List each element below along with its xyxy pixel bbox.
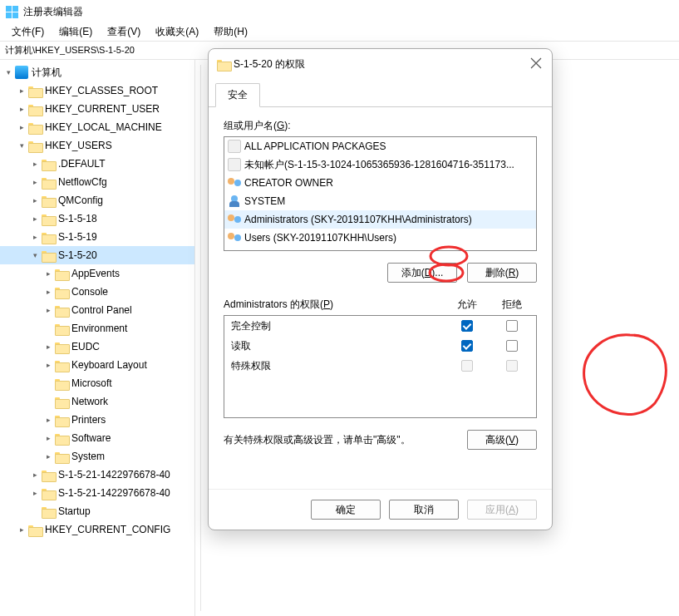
tree-key[interactable]: ▸S-1-5-18 — [0, 209, 194, 228]
expander-icon[interactable]: ▸ — [42, 358, 55, 372]
folder-icon — [42, 195, 55, 206]
tree-root[interactable]: ▾ 计算机 — [0, 63, 194, 81]
tree-subkey[interactable]: ▸Printers — [0, 411, 194, 429]
computer-icon — [15, 66, 28, 79]
user-list[interactable]: ALL APPLICATION PACKAGES未知帐户(S-1-15-3-10… — [224, 136, 537, 251]
expander-icon[interactable]: ▸ — [28, 194, 42, 207]
tree-subkey[interactable]: ▸Console — [0, 283, 194, 301]
tree-hive[interactable]: ▸HKEY_CURRENT_USER — [0, 100, 194, 118]
user-row[interactable]: 未知帐户(S-1-15-3-1024-1065365936-1281604716… — [224, 155, 536, 174]
expander-icon[interactable]: ▾ — [2, 66, 15, 79]
expander-icon[interactable]: ▸ — [28, 468, 42, 481]
expander-icon[interactable]: ▸ — [42, 285, 55, 298]
expander-icon[interactable]: ▸ — [42, 303, 55, 317]
apply-button[interactable]: 应用(A) — [467, 500, 537, 520]
expander-icon[interactable]: ▸ — [28, 486, 42, 500]
perm-name: 完全控制 — [231, 319, 461, 333]
menu-file[interactable]: 文件(F) — [5, 23, 51, 41]
tree-hive-users[interactable]: ▾HKEY_USERS — [0, 136, 194, 155]
tree-subkey[interactable]: ▸Keyboard Layout — [0, 356, 194, 374]
tree-subkey[interactable]: Environment — [0, 319, 194, 338]
folder-icon — [42, 249, 55, 261]
tree-hive[interactable]: ▸HKEY_LOCAL_MACHINE — [0, 118, 194, 136]
expander-icon[interactable]: ▸ — [15, 121, 28, 134]
expander-icon[interactable]: ▸ — [28, 212, 42, 225]
folder-icon — [28, 140, 42, 151]
perm-header-label: Administrators 的权限(P) — [224, 298, 333, 312]
tree-hive[interactable]: ▸HKEY_CLASSES_ROOT — [0, 81, 194, 100]
user-row[interactable]: CREATOR OWNER — [224, 174, 536, 192]
user-row[interactable]: ALL APPLICATION PACKAGES — [224, 137, 536, 155]
expander-icon[interactable]: ▸ — [42, 340, 55, 353]
expander-icon[interactable]: ▸ — [15, 102, 28, 116]
folder-icon — [42, 158, 55, 170]
menu-favorites[interactable]: 收藏夹(A) — [149, 23, 205, 41]
folder-icon — [42, 505, 55, 517]
tree-subkey[interactable]: ▸EUDC — [0, 338, 194, 356]
folder-icon — [55, 359, 68, 371]
tree-view[interactable]: ▾ 计算机 ▸HKEY_CLASSES_ROOT ▸HKEY_CURRENT_U… — [0, 60, 195, 616]
expander-icon[interactable]: ▸ — [42, 267, 55, 280]
menu-help[interactable]: 帮助(H) — [207, 23, 254, 41]
menu-view[interactable]: 查看(V) — [101, 23, 147, 41]
user-row[interactable]: Administrators (SKY-20191107KHH\Administ… — [224, 210, 536, 229]
tree-label: HKEY_CURRENT_USER — [45, 103, 160, 115]
expander-icon[interactable]: ▸ — [42, 413, 55, 426]
menu-edit[interactable]: 编辑(E) — [52, 23, 99, 41]
user-name: Users (SKY-20191107KHH\Users) — [244, 232, 396, 244]
tree-key[interactable]: ▸QMConfig — [0, 191, 194, 209]
tree-subkey[interactable]: ▸System — [0, 447, 194, 466]
expander-icon[interactable]: ▾ — [28, 249, 42, 262]
expander-icon[interactable]: ▸ — [15, 523, 28, 536]
tree-label: Console — [71, 286, 108, 298]
allow-checkbox[interactable] — [461, 340, 473, 352]
dialog-title-bar[interactable]: S-1-5-20 的权限 — [209, 49, 552, 79]
tree-key[interactable]: ▸.DEFAULT — [0, 155, 194, 173]
tree-subkey[interactable]: ▸Software — [0, 429, 194, 447]
tree-subkey[interactable]: Network — [0, 392, 194, 411]
tree-key-selected[interactable]: ▾S-1-5-20 — [0, 246, 194, 264]
folder-icon — [55, 451, 68, 462]
permissions-dialog: S-1-5-20 的权限 安全 组或用户名(G): ALL APPLICATIO… — [208, 48, 553, 530]
tree-subkey[interactable]: ▸AppEvents — [0, 264, 194, 283]
tree-key[interactable]: Startup — [0, 502, 194, 520]
expander-icon[interactable]: ▸ — [28, 230, 42, 244]
tree-key[interactable]: ▸S-1-5-19 — [0, 228, 194, 246]
tree-label: System — [71, 451, 105, 462]
dialog-footer: 确定 取消 应用(A) — [209, 489, 552, 530]
tree-label: HKEY_CLASSES_ROOT — [45, 85, 158, 96]
app-icon — [228, 158, 241, 171]
add-button[interactable]: 添加(D)... — [387, 263, 457, 283]
tree-subkey[interactable]: Microsoft — [0, 374, 194, 392]
expander-empty — [42, 377, 55, 390]
tree-subkey[interactable]: ▸Control Panel — [0, 301, 194, 319]
expander-icon[interactable]: ▸ — [28, 175, 42, 189]
allow-checkbox[interactable] — [461, 320, 473, 332]
expander-icon[interactable]: ▸ — [42, 450, 55, 463]
expander-icon[interactable]: ▾ — [15, 139, 28, 152]
expander-icon[interactable]: ▸ — [28, 157, 42, 170]
expander-icon[interactable]: ▸ — [42, 431, 55, 445]
tree-label: S-1-5-18 — [58, 213, 97, 224]
remove-button[interactable]: 删除(R) — [467, 263, 537, 283]
close-icon[interactable] — [530, 57, 542, 69]
tree-label: S-1-5-20 — [58, 249, 97, 261]
tree-key[interactable]: ▸NetflowCfg — [0, 173, 194, 191]
cancel-button[interactable]: 取消 — [389, 500, 459, 520]
tree-label: HKEY_CURRENT_CONFIG — [45, 524, 170, 535]
deny-checkbox[interactable] — [506, 320, 518, 332]
folder-icon — [42, 176, 55, 188]
advanced-button[interactable]: 高级(V) — [467, 430, 537, 450]
expander-empty — [28, 505, 42, 518]
user-row[interactable]: SYSTEM — [224, 192, 536, 210]
tree-label: QMConfig — [58, 195, 103, 206]
tree-label: Keyboard Layout — [71, 359, 147, 371]
tree-key[interactable]: ▸S-1-5-21-1422976678-40 — [0, 466, 194, 484]
tree-hive[interactable]: ▸HKEY_CURRENT_CONFIG — [0, 520, 194, 539]
deny-checkbox[interactable] — [506, 340, 518, 352]
ok-button[interactable]: 确定 — [311, 500, 381, 520]
user-row[interactable]: Users (SKY-20191107KHH\Users) — [224, 229, 536, 247]
tab-security[interactable]: 安全 — [215, 83, 260, 107]
expander-icon[interactable]: ▸ — [15, 84, 28, 97]
tree-key[interactable]: ▸S-1-5-21-1422976678-40 — [0, 484, 194, 502]
